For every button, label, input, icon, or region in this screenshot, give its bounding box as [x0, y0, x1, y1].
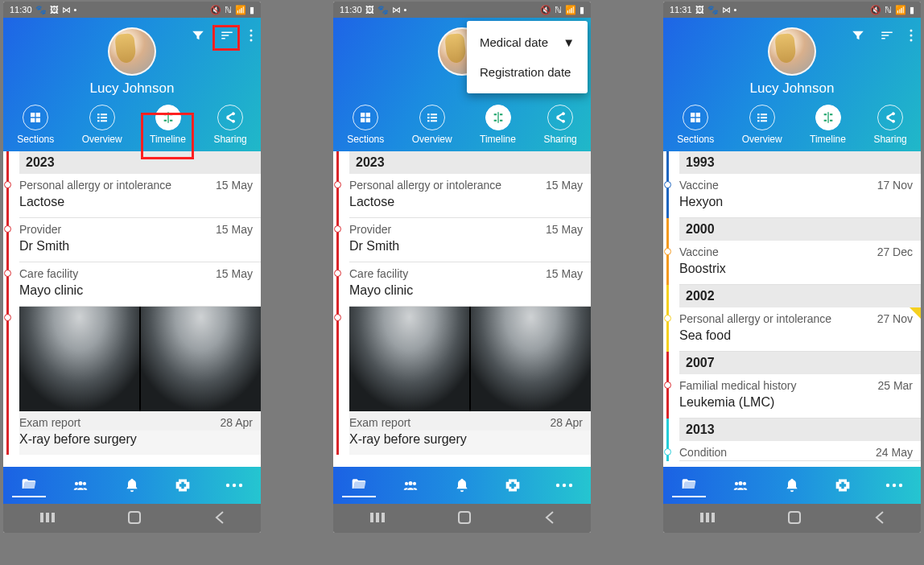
svg-rect-14 — [376, 513, 379, 522]
medical-cross-icon[interactable] — [166, 474, 200, 497]
bell-icon[interactable] — [116, 474, 148, 497]
svg-point-4 — [233, 484, 236, 487]
entry-value: Dr Smith — [19, 237, 261, 262]
timeline-item[interactable]: Exam report28 AprX-ray before surgery — [3, 307, 261, 455]
timeline-item[interactable]: Provider15 MayDr Smith — [3, 218, 261, 262]
recent-icon[interactable] — [350, 507, 405, 530]
nfc-icon: ℕ — [885, 5, 892, 15]
tab-overview[interactable]: Overview — [82, 105, 122, 145]
tab-overview[interactable]: Overview — [742, 105, 782, 145]
timeline-content[interactable]: 1993Vaccine17 NovHexyon2000Vaccine27 Dec… — [663, 151, 921, 467]
home-icon[interactable] — [438, 505, 491, 532]
svg-point-5 — [239, 484, 242, 487]
timeline-item[interactable]: Exam report28 AprX-ray before surgery — [333, 307, 591, 455]
timeline-item[interactable]: 2000 — [663, 218, 921, 241]
people-icon[interactable] — [723, 474, 758, 497]
tab-overview[interactable]: Overview — [412, 105, 452, 145]
sort-icon[interactable] — [216, 26, 238, 47]
folder-open-icon[interactable] — [12, 473, 46, 497]
paw-icon: 🐾 — [707, 5, 719, 15]
entry-label: Provider — [349, 223, 391, 236]
folder-open-icon[interactable] — [672, 473, 706, 497]
entry-value: Sea food — [679, 327, 921, 351]
tab-sharing[interactable]: Sharing — [213, 105, 246, 145]
home-icon[interactable] — [108, 505, 161, 532]
timeline-item[interactable]: Provider15 MayDr Smith — [333, 218, 591, 262]
timeline-item[interactable]: 1993 — [663, 151, 921, 174]
entry-label: Condition — [679, 446, 727, 459]
filter-icon[interactable] — [188, 26, 208, 47]
link-icon: ⋈ — [62, 5, 71, 15]
avatar[interactable] — [108, 27, 156, 76]
people-icon[interactable] — [63, 474, 98, 497]
timeline-item[interactable]: 2002 — [663, 285, 921, 307]
back-icon[interactable] — [194, 505, 244, 532]
overflow-icon[interactable] — [246, 26, 256, 47]
timeline-item[interactable]: 2007 — [663, 352, 921, 374]
sort-popup: Medical date ▼ Registration date — [467, 21, 588, 93]
medical-cross-icon[interactable] — [826, 474, 860, 497]
sort-option-medical-date[interactable]: Medical date ▼ — [467, 27, 588, 57]
more-icon[interactable] — [877, 479, 912, 492]
timeline-item[interactable]: Condition24 May — [663, 441, 921, 461]
svg-point-12 — [569, 484, 572, 487]
more-icon[interactable] — [217, 479, 252, 492]
tab-timeline[interactable]: Timeline — [480, 105, 516, 145]
tab-label: Sections — [347, 134, 384, 145]
tab-timeline[interactable]: Timeline — [150, 105, 186, 145]
more-icon[interactable] — [547, 479, 582, 492]
android-nav-bar — [663, 504, 921, 533]
tab-sharing[interactable]: Sharing — [543, 105, 576, 145]
svg-point-11 — [563, 484, 566, 487]
timeline-item[interactable]: Personal allergy or intolerance15 MayLac… — [3, 174, 261, 218]
sort-option-label: Medical date — [480, 35, 548, 49]
status-time: 11:30 — [340, 5, 362, 14]
timeline-item[interactable]: Familial medical history25 MarLeukemia (… — [663, 374, 921, 419]
home-icon[interactable] — [768, 505, 821, 532]
entry-date: 27 Nov — [877, 312, 913, 325]
bell-icon[interactable] — [776, 474, 808, 497]
svg-rect-7 — [46, 513, 49, 522]
xray-image[interactable] — [19, 307, 261, 411]
entry-label: Personal allergy or intolerance — [349, 179, 501, 192]
folder-open-icon[interactable] — [342, 473, 376, 497]
entry-value: Dr Smith — [349, 237, 591, 262]
sort-icon[interactable] — [876, 26, 898, 47]
timeline-content[interactable]: 2023Personal allergy or intolerance15 Ma… — [3, 151, 261, 467]
svg-rect-24 — [706, 513, 709, 522]
tab-sharing[interactable]: Sharing — [873, 105, 906, 145]
back-icon[interactable] — [854, 505, 904, 532]
svg-rect-15 — [382, 513, 385, 522]
back-icon[interactable] — [524, 505, 574, 532]
timeline-item[interactable]: Vaccine27 DecBoostrix — [663, 241, 921, 285]
people-icon[interactable] — [393, 474, 428, 497]
bell-icon[interactable] — [446, 474, 478, 497]
filter-icon[interactable] — [848, 26, 868, 47]
timeline-item[interactable]: Care facility15 MayMayo clinic — [3, 262, 261, 307]
timeline-item[interactable]: Vaccine17 NovHexyon — [663, 174, 921, 218]
recent-icon[interactable] — [20, 507, 75, 530]
sort-option-registration-date[interactable]: Registration date — [467, 57, 588, 87]
tab-sections[interactable]: Sections — [17, 105, 54, 145]
tab-sections[interactable]: Sections — [347, 105, 384, 145]
recent-icon[interactable] — [680, 507, 735, 530]
entry-label: Provider — [19, 223, 61, 236]
timeline-content[interactable]: 2023Personal allergy or intolerance15 Ma… — [333, 151, 591, 467]
xray-image[interactable] — [349, 307, 591, 411]
timeline-item[interactable]: 2013 — [663, 419, 921, 441]
svg-point-2 — [250, 39, 253, 42]
nfc-icon: ℕ — [225, 5, 232, 15]
timeline-item[interactable]: Care facility15 MayMayo clinic — [333, 262, 591, 307]
tab-sections[interactable]: Sections — [677, 105, 714, 145]
overflow-icon[interactable] — [906, 26, 916, 47]
medical-cross-icon[interactable] — [496, 474, 530, 497]
timeline-year: 1993 — [679, 151, 921, 174]
timeline-item[interactable]: Personal allergy or intolerance15 MayLac… — [333, 174, 591, 218]
entry-value: Lactose — [349, 193, 591, 217]
svg-point-0 — [250, 30, 253, 32]
avatar[interactable] — [768, 27, 816, 76]
timeline-item[interactable]: Personal allergy or intolerance27 NovSea… — [663, 307, 921, 352]
timeline-item[interactable]: 2023 — [333, 151, 591, 174]
timeline-item[interactable]: 2023 — [3, 151, 261, 174]
tab-timeline[interactable]: Timeline — [810, 105, 846, 145]
